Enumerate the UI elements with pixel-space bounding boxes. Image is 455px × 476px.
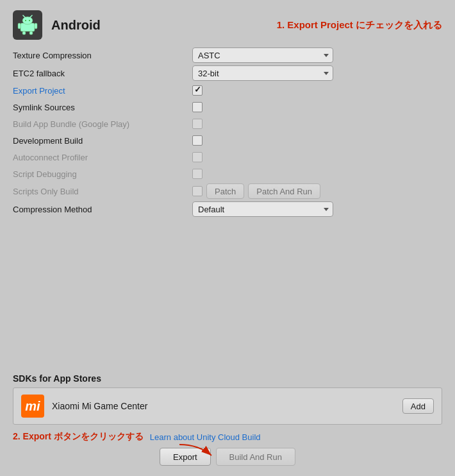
compression-method-row: Compression Method Default LZ4 LZ4HC (13, 200, 442, 218)
build-app-bundle-control (192, 119, 442, 129)
svg-line-4 (23, 15, 25, 17)
sdks-section: SDKs for App Stores mi Xiaomi Mi Game Ce… (13, 370, 442, 430)
xiaomi-add-button[interactable]: Add (402, 398, 434, 414)
export-project-row: Export Project (13, 82, 442, 99)
autoconnect-profiler-checkbox-container (192, 152, 203, 162)
development-build-checkbox[interactable] (192, 135, 203, 146)
patch-button: Patch (206, 183, 244, 199)
svg-rect-6 (18, 23, 21, 29)
compression-method-label: Compression Method (13, 205, 192, 214)
symlink-sources-row: Symlink Sources (13, 99, 442, 115)
symlink-sources-checkbox-container (192, 102, 203, 112)
build-and-run-button: Build And Run (216, 448, 295, 466)
annotation-1-text: 1. Export Project にチェックを入れる (277, 19, 442, 31)
android-icon (13, 10, 42, 40)
autoconnect-profiler-row: Autoconnect Profiler (13, 149, 442, 166)
svg-point-1 (22, 17, 33, 24)
etc2-fallback-label: ETC2 fallback (13, 69, 192, 78)
export-project-checkbox[interactable] (192, 85, 203, 96)
texture-compression-label: Texture Compression (13, 51, 192, 60)
texture-compression-select[interactable]: ASTC ETC2 ETC (192, 47, 333, 63)
annotation-2-text: 2. Export ボタンをクリックする (13, 431, 144, 443)
development-build-label: Development Build (13, 136, 192, 146)
svg-rect-9 (29, 31, 33, 35)
svg-line-5 (30, 15, 32, 17)
export-project-label: Export Project (13, 86, 192, 96)
scripts-only-build-control: Patch Patch And Run (192, 183, 442, 199)
svg-rect-7 (35, 23, 37, 29)
symlink-sources-label: Symlink Sources (13, 103, 192, 112)
footer-buttons: Export Build And Run (13, 448, 442, 466)
autoconnect-profiler-checkbox (192, 152, 203, 162)
compression-method-select[interactable]: Default LZ4 LZ4HC (192, 201, 333, 217)
symlink-sources-control (192, 102, 442, 112)
script-debugging-label: Script Debugging (13, 169, 192, 179)
development-build-row: Development Build (13, 132, 442, 149)
header: Android 1. Export Project にチェックを入れる (13, 10, 442, 40)
script-debugging-control (192, 169, 442, 179)
etc2-fallback-control: 32-bit 16-bit 32-bit compressed (192, 65, 442, 81)
scripts-only-build-checkbox-container (192, 186, 203, 196)
xiaomi-logo-text: mi (25, 400, 40, 412)
compression-method-control: Default LZ4 LZ4HC (192, 201, 442, 217)
development-build-control (192, 135, 442, 146)
scripts-only-build-row: Scripts Only Build Patch Patch And Run (13, 182, 442, 200)
development-build-checkbox-container (192, 135, 203, 146)
script-debugging-checkbox-container (192, 169, 203, 179)
patch-and-run-button: Patch And Run (248, 183, 320, 199)
scripts-only-build-checkbox (192, 186, 203, 196)
etc2-fallback-row: ETC2 fallback 32-bit 16-bit 32-bit compr… (13, 64, 442, 82)
sdks-title: SDKs for App Stores (13, 373, 442, 384)
cloud-build-link[interactable]: Learn about Unity Cloud Build (150, 432, 261, 442)
script-debugging-checkbox (192, 169, 203, 179)
autoconnect-profiler-control (192, 152, 442, 162)
svg-rect-8 (22, 31, 26, 35)
xiaomi-logo: mi (21, 395, 44, 418)
sdk-list-container: mi Xiaomi Mi Game Center Add (13, 387, 442, 425)
page-title: Android (51, 18, 268, 33)
sdk-item-xiaomi: mi Xiaomi Mi Game Center Add (13, 388, 442, 424)
scripts-only-build-label: Scripts Only Build (13, 187, 192, 196)
settings-area: Texture Compression ASTC ETC2 ETC ETC2 f… (13, 46, 442, 370)
autoconnect-profiler-label: Autoconnect Profiler (13, 153, 192, 162)
export-project-checkbox-container (192, 85, 203, 96)
texture-compression-row: Texture Compression ASTC ETC2 ETC (13, 46, 442, 64)
svg-point-2 (25, 20, 26, 21)
script-debugging-row: Script Debugging (13, 166, 442, 182)
build-app-bundle-row: Build App Bundle (Google Play) (13, 115, 442, 132)
build-app-bundle-checkbox-container (192, 119, 203, 129)
export-project-control (192, 85, 442, 96)
etc2-fallback-select[interactable]: 32-bit 16-bit 32-bit compressed (192, 65, 333, 81)
texture-compression-control: ASTC ETC2 ETC (192, 47, 442, 63)
build-app-bundle-checkbox (192, 119, 203, 129)
svg-point-3 (29, 20, 30, 21)
footer-area: 2. Export ボタンをクリックする Learn about Unity C… (13, 431, 442, 466)
main-container: Android 1. Export Project にチェックを入れる Text… (0, 0, 455, 476)
xiaomi-sdk-name: Xiaomi Mi Game Center (52, 401, 395, 411)
build-app-bundle-label: Build App Bundle (Google Play) (13, 119, 192, 129)
symlink-sources-checkbox[interactable] (192, 102, 203, 112)
